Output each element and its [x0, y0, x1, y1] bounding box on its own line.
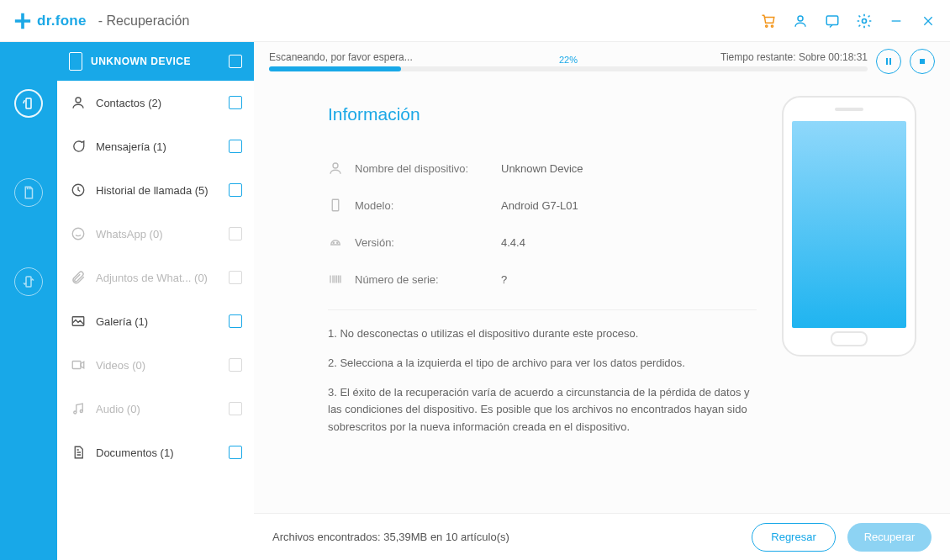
cat-videos[interactable]: Videos (0) [57, 343, 254, 387]
cat-checkbox[interactable] [229, 96, 242, 109]
scan-progress-fill [269, 66, 401, 71]
svg-rect-17 [886, 58, 888, 65]
note-2: 2. Selecciona a la izquierda el tipo de … [328, 355, 757, 372]
videos-icon [71, 357, 86, 372]
cat-label: Mensajería (1) [96, 140, 166, 153]
device-checkbox[interactable] [229, 55, 242, 68]
contacts-icon [71, 95, 86, 110]
info-row-serial: Número de serie: ? [328, 261, 757, 298]
person-icon [328, 161, 343, 176]
svg-point-20 [333, 163, 338, 168]
info-row-version: Versión: 4.4.4 [328, 224, 757, 261]
svg-point-15 [74, 411, 77, 414]
audio-icon [71, 401, 86, 416]
svg-point-23 [337, 242, 338, 243]
cat-checkbox[interactable] [229, 227, 242, 240]
cart-icon[interactable] [760, 13, 777, 29]
info-row-name: Nombre del dispositivo: Unknown Device [328, 150, 757, 187]
svg-point-12 [72, 228, 84, 240]
cat-label: Adjuntos de What... (0) [96, 272, 208, 284]
rail-recover-icon[interactable] [14, 89, 43, 118]
cat-checkbox[interactable] [229, 183, 242, 197]
recover-button[interactable]: Recuperar [847, 523, 932, 552]
settings-icon[interactable] [856, 13, 873, 29]
scan-progress: 22% [269, 66, 868, 71]
cat-label: Contactos (2) [96, 97, 161, 109]
cat-docs[interactable]: Documentos (1) [57, 431, 254, 474]
scan-percent: 22% [559, 55, 578, 65]
cat-label: Documentos (1) [96, 446, 173, 459]
info-label: Versión: [355, 236, 489, 249]
module-name: - Recuperación [98, 13, 190, 29]
info-value: 4.4.4 [501, 236, 525, 249]
cat-contacts[interactable]: Contactos (2) [57, 81, 254, 124]
svg-rect-18 [889, 58, 891, 65]
back-button[interactable]: Regresar [752, 523, 836, 552]
rail-transfer-icon[interactable] [14, 267, 43, 296]
cat-gallery[interactable]: Galería (1) [57, 299, 254, 343]
cat-label: Videos (0) [96, 359, 145, 372]
barcode-icon [328, 272, 343, 287]
svg-rect-19 [920, 59, 925, 64]
device-header[interactable]: UNKNOWN DEVICE [57, 42, 254, 81]
svg-point-22 [333, 242, 334, 243]
cat-checkbox[interactable] [229, 358, 242, 372]
cat-calls[interactable]: Historial de llamada (5) [57, 168, 254, 212]
svg-rect-9 [26, 277, 31, 287]
calls-icon [71, 182, 86, 198]
cat-checkbox[interactable] [229, 314, 242, 328]
cat-checkbox[interactable] [229, 402, 242, 415]
main-panel: Escaneando, por favor espera... Tiempo r… [254, 42, 950, 560]
account-icon[interactable] [792, 13, 809, 29]
svg-point-1 [771, 24, 773, 26]
device-icon [69, 52, 82, 71]
scan-status: Escaneando, por favor espera... [269, 51, 413, 63]
info-label: Número de serie: [355, 273, 489, 286]
rail-sd-icon[interactable] [14, 178, 43, 207]
svg-point-4 [863, 18, 867, 23]
app-name: dr.fone [37, 13, 87, 29]
pause-button[interactable] [876, 49, 901, 74]
gallery-icon [71, 314, 86, 329]
svg-rect-14 [72, 362, 81, 369]
footer-bar: Archivos encontrados: 35,39MB en 10 artí… [254, 513, 950, 560]
svg-rect-21 [332, 199, 339, 211]
divider [328, 309, 757, 310]
info-row-model: Modelo: Android G7-L01 [328, 187, 757, 224]
cat-checkbox[interactable] [229, 271, 242, 284]
titlebar: dr.fone - Recuperación [0, 0, 950, 42]
docs-icon [71, 445, 86, 460]
whatsapp-icon [71, 226, 86, 241]
stop-button[interactable] [910, 49, 935, 74]
cat-checkbox[interactable] [229, 446, 242, 459]
cat-audio[interactable]: Audio (0) [57, 387, 254, 431]
svg-point-2 [798, 16, 803, 21]
phone-icon [328, 198, 343, 213]
info-title: Información [328, 104, 757, 124]
info-value: Unknown Device [501, 162, 583, 175]
cat-label: Historial de llamada (5) [96, 184, 208, 197]
note-1: 1. No desconectas o utilizas el disposit… [328, 325, 757, 343]
scan-time: Tiempo restante: Sobre 00:18:31 [720, 51, 868, 63]
info-label: Nombre del dispositivo: [355, 162, 489, 175]
mode-rail [0, 42, 57, 560]
cat-label: WhatsApp (0) [96, 228, 162, 240]
cat-label: Galería (1) [96, 315, 148, 328]
messages-icon [71, 139, 86, 154]
android-icon [328, 235, 343, 250]
svg-rect-8 [26, 98, 31, 108]
minimize-icon[interactable] [888, 13, 905, 29]
close-icon[interactable] [920, 13, 937, 29]
info-value: Android G7-L01 [501, 199, 578, 212]
cat-whatsapp[interactable]: WhatsApp (0) [57, 212, 254, 256]
titlebar-actions [760, 13, 937, 29]
category-sidebar: UNKNOWN DEVICE Contactos (2) Mensajería … [57, 42, 254, 560]
feedback-icon[interactable] [824, 13, 841, 29]
info-section: Información Nombre del dispositivo: Unkn… [328, 104, 757, 505]
cat-checkbox[interactable] [229, 140, 242, 153]
note-3: 3. El éxito de la recuperación varía de … [328, 384, 757, 436]
info-value: ? [501, 273, 507, 286]
cat-wa-attach[interactable]: Adjuntos de What... (0) [57, 256, 254, 299]
svg-point-0 [766, 24, 768, 26]
cat-messages[interactable]: Mensajería (1) [57, 124, 254, 168]
